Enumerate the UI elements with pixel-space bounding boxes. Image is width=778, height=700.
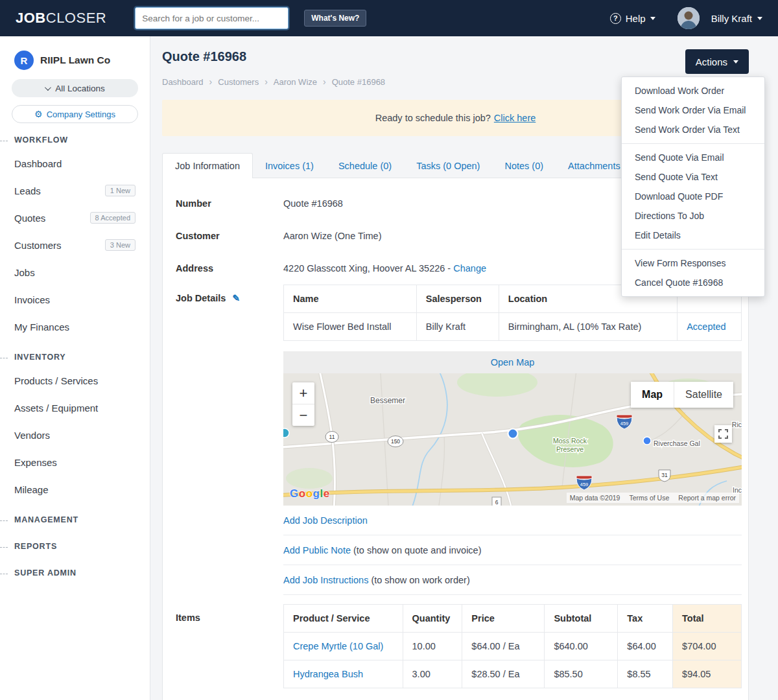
address-change-link[interactable]: Change <box>453 263 486 274</box>
items-field: Items Product / Service Quantity Price S… <box>176 604 742 688</box>
item-subtotal: $640.00 <box>545 633 618 660</box>
chevron-down-icon <box>733 60 738 64</box>
banner-click-here-link[interactable]: Click here <box>494 113 536 123</box>
menu-item-download-quote-pdf[interactable]: Download Quote PDF <box>622 187 764 206</box>
sidebar-item-expenses[interactable]: Expenses <box>0 449 150 476</box>
customer-link[interactable]: Aaron Wize (One Time) <box>283 231 382 241</box>
add-job-instructions-row: Add Job Instructions (to show on work or… <box>283 565 742 595</box>
report-map-error-link[interactable]: Report a map error <box>678 494 736 502</box>
menu-item-edit-details[interactable]: Edit Details <box>622 226 764 245</box>
google-logo[interactable]: Google <box>290 487 330 500</box>
sidebar-item-label: Quotes <box>14 213 45 224</box>
item-subtotal: $85.50 <box>545 660 618 688</box>
whats-new-button[interactable]: What's New? <box>304 10 366 27</box>
menu-item-cancel-quote[interactable]: Cancel Quote #16968 <box>622 273 764 292</box>
user-name: Billy Kraft <box>711 13 752 24</box>
actions-button[interactable]: Actions <box>685 49 749 74</box>
bessemer-label: Bessemer <box>370 396 405 405</box>
quotes-badge: 8 Accepted <box>90 212 136 224</box>
tab-tasks[interactable]: Tasks (0 Open) <box>404 154 492 178</box>
terms-of-use-link[interactable]: Terms of Use <box>629 494 669 502</box>
user-menu[interactable]: Billy Kraft <box>678 7 762 29</box>
sidebar-item-label: Jobs <box>14 267 35 278</box>
sidebar-section-reports[interactable]: REPORTS <box>0 530 150 556</box>
job-location-cell: Birmingham, AL (10% Tax Rate) <box>499 313 677 341</box>
col-quantity: Quantity <box>403 605 462 633</box>
company-avatar: R <box>14 51 34 70</box>
sidebar-section-management[interactable]: MANAGEMENT <box>0 503 150 530</box>
company-settings-button[interactable]: ⚙ Company Settings <box>12 105 138 123</box>
company-header[interactable]: R RIIPL Lawn Co <box>0 36 150 76</box>
job-details-label-text: Job Details <box>176 293 226 303</box>
breadcrumb-customer-name[interactable]: Aaron Wize <box>274 77 317 87</box>
sidebar-item-invoices[interactable]: Invoices <box>0 286 150 313</box>
sidebar-item-dashboard[interactable]: Dashboard <box>0 150 150 177</box>
sidebar-section-inventory: INVENTORY <box>0 340 150 367</box>
breadcrumb-separator-icon <box>265 76 268 87</box>
menu-item-directions-to-job[interactable]: Directions To Job <box>622 206 764 226</box>
items-label: Items <box>176 604 283 688</box>
google-map[interactable]: 11 150 459 <box>283 373 742 506</box>
global-search-input[interactable] <box>135 7 289 29</box>
menu-item-send-work-order-email[interactable]: Send Work Order Via Email <box>622 100 764 120</box>
tab-job-information[interactable]: Job Information <box>162 153 253 178</box>
satellite-view-button[interactable]: Satellite <box>674 382 733 408</box>
sidebar-item-mileage[interactable]: Mileage <box>0 476 150 503</box>
app-logo[interactable]: JOBCLOSER <box>16 10 106 27</box>
number-label: Number <box>176 198 283 209</box>
menu-item-download-work-order[interactable]: Download Work Order <box>622 81 764 100</box>
sidebar-item-assets-equipment[interactable]: Assets / Equipment <box>0 394 150 421</box>
add-public-note-link[interactable]: Add Public Note <box>283 545 351 555</box>
col-price: Price <box>462 605 545 633</box>
sidebar-item-jobs[interactable]: Jobs <box>0 259 150 286</box>
help-label: Help <box>626 13 646 24</box>
company-name: RIIPL Lawn Co <box>40 54 110 66</box>
menu-item-view-form-responses[interactable]: View Form Responses <box>622 253 764 273</box>
sidebar-item-quotes[interactable]: Quotes 8 Accepted <box>0 204 150 231</box>
sidebar-item-vendors[interactable]: Vendors <box>0 421 150 449</box>
add-job-description-link[interactable]: Add Job Description <box>283 515 368 526</box>
zoom-out-button[interactable]: − <box>292 404 314 426</box>
item-product-link[interactable]: Hydrangea Bush <box>284 660 403 688</box>
job-status-cell[interactable]: Accepted <box>678 313 742 341</box>
help-menu[interactable]: Help <box>610 13 655 24</box>
breadcrumb-dashboard[interactable]: Dashboard <box>162 77 204 87</box>
breadcrumb-current: Quote #16968 <box>332 77 385 87</box>
sidebar-item-my-finances[interactable]: My Finances <box>0 313 150 340</box>
item-quantity: 10.00 <box>403 633 462 660</box>
add-job-instructions-link[interactable]: Add Job Instructions <box>283 575 368 585</box>
tab-schedule[interactable]: Schedule (0) <box>326 154 404 178</box>
sidebar-item-leads[interactable]: Leads 1 New <box>0 177 150 204</box>
logo-bold: JOB <box>16 10 46 26</box>
customers-badge: 3 New <box>105 239 136 251</box>
sidebar-section-super-admin[interactable]: SUPER ADMIN <box>0 556 150 583</box>
open-map-link[interactable]: Open Map <box>491 357 535 368</box>
sidebar-section-workflow: WORKFLOW <box>0 123 150 150</box>
zoom-in-button[interactable]: + <box>292 382 314 404</box>
map-view-button[interactable]: Map <box>631 382 674 408</box>
logo-letter: o <box>306 487 313 500</box>
item-product-link[interactable]: Crepe Myrtle (10 Gal) <box>284 633 403 660</box>
user-avatar <box>678 7 700 29</box>
address-text: 4220 Glasscott Xing, Hoover AL 35226 - <box>283 263 451 274</box>
map-module: Open Map <box>283 351 742 506</box>
menu-item-send-work-order-text[interactable]: Send Work Order Via Text <box>622 120 764 139</box>
map-data-label: Map data ©2019 <box>570 494 620 502</box>
edit-pencil-icon[interactable]: ✎ <box>232 293 240 303</box>
menu-item-send-quote-text[interactable]: Send Quote Via Text <box>622 167 764 187</box>
all-locations-selector[interactable]: All Locations <box>12 79 138 97</box>
tab-invoices[interactable]: Invoices (1) <box>253 154 326 178</box>
fullscreen-icon <box>718 429 728 439</box>
job-details-field: Job Details ✎ Name Salesperson Location … <box>176 285 742 595</box>
sidebar-item-label: Leads <box>14 185 41 196</box>
sidebar-item-products-services[interactable]: Products / Services <box>0 367 150 394</box>
sidebar-item-customers[interactable]: Customers 3 New <box>0 231 150 259</box>
fullscreen-button[interactable] <box>714 425 732 443</box>
breadcrumb-customers[interactable]: Customers <box>218 77 259 87</box>
tab-notes[interactable]: Notes (0) <box>492 154 556 178</box>
menu-item-send-quote-email[interactable]: Send Quote Via Email <box>622 148 764 167</box>
help-icon <box>610 13 621 24</box>
route-11-shield-icon: 11 <box>325 432 338 443</box>
route-6-shield-label: 6 <box>495 499 499 506</box>
open-map-bar: Open Map <box>283 351 742 373</box>
